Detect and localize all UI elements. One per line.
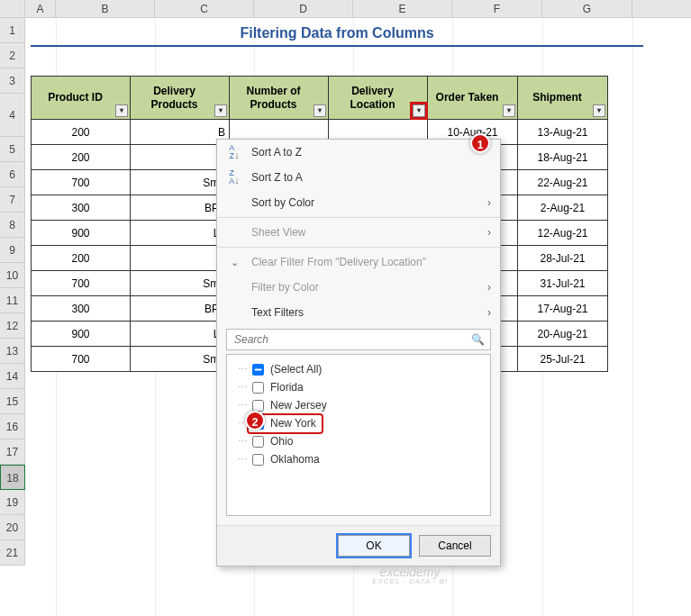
cell-shipment[interactable]: 17-Aug-21: [518, 296, 608, 322]
cell-delivery-products[interactable]: La: [131, 322, 230, 347]
filter-option[interactable]: ⋯Ohio: [232, 432, 485, 450]
cell-delivery-products[interactable]: B: [131, 120, 230, 145]
col-header-C[interactable]: C: [155, 0, 254, 17]
row-header[interactable]: 7: [0, 187, 25, 213]
cell-delivery-products[interactable]: Sma: [131, 347, 230, 372]
row-header[interactable]: 1: [0, 18, 25, 43]
filter-option[interactable]: ⋯New Jersey: [232, 396, 485, 414]
funnel-icon: ⌄: [226, 257, 242, 268]
filter-checkbox[interactable]: [252, 436, 264, 448]
col-header-E[interactable]: E: [353, 0, 452, 17]
header-delivery-products[interactable]: Delivery Products ▾: [131, 77, 230, 120]
row-header[interactable]: 10: [0, 263, 25, 288]
ok-button[interactable]: OK: [338, 535, 410, 557]
row-header[interactable]: 21: [0, 540, 25, 566]
filter-checkbox[interactable]: [252, 382, 264, 394]
row-header[interactable]: 14: [0, 364, 25, 389]
cell-delivery-products[interactable]: B: [131, 246, 230, 271]
row-header[interactable]: 4: [0, 94, 25, 137]
cell-shipment[interactable]: 18-Aug-21: [518, 145, 608, 170]
filter-option[interactable]: ⋯Oklahoma: [232, 450, 485, 468]
cell-shipment[interactable]: 22-Aug-21: [518, 170, 608, 195]
col-header-D[interactable]: D: [254, 0, 353, 17]
filter-checkbox[interactable]: [252, 364, 264, 376]
sheet-view-item: Sheet View ›: [217, 220, 500, 245]
cell-shipment[interactable]: 2-Aug-21: [518, 195, 608, 221]
cell-product-id[interactable]: 900: [32, 221, 131, 246]
row-header[interactable]: 17: [0, 439, 25, 465]
row-header[interactable]: 8: [0, 213, 25, 238]
col-header-F[interactable]: F: [452, 0, 542, 17]
cell-product-id[interactable]: 300: [32, 195, 131, 221]
cell-product-id[interactable]: 200: [32, 120, 131, 145]
filter-icon[interactable]: ▾: [314, 104, 326, 117]
cell-product-id[interactable]: 200: [32, 145, 131, 170]
header-shipment[interactable]: Shipment ▾: [518, 77, 608, 120]
chevron-right-icon: ›: [487, 306, 491, 319]
row-header-selected[interactable]: 18: [0, 465, 25, 490]
filter-option[interactable]: ⋯New York: [232, 414, 485, 432]
sort-by-color-item[interactable]: Sort by Color ›: [217, 190, 500, 215]
cell-shipment[interactable]: 12-Aug-21: [518, 221, 608, 246]
row-header[interactable]: 20: [0, 515, 25, 540]
filter-option[interactable]: ⋯(Select All): [232, 360, 485, 378]
filter-icon[interactable]: ▾: [214, 104, 227, 117]
cell-product-id[interactable]: 700: [32, 271, 131, 296]
sort-az-icon: AZ↓: [226, 144, 242, 160]
filter-checklist[interactable]: ⋯(Select All)⋯Florida⋯New Jersey⋯New Yor…: [226, 354, 491, 516]
cell-delivery-products[interactable]: BP r: [131, 195, 230, 221]
cell-delivery-products[interactable]: La: [131, 221, 230, 246]
header-order-taken[interactable]: Order Taken ▾: [428, 77, 518, 120]
cell-shipment[interactable]: 13-Aug-21: [518, 120, 608, 145]
col-header-B[interactable]: B: [56, 0, 155, 17]
row-header[interactable]: 9: [0, 238, 25, 263]
header-delivery-location[interactable]: Delivery Location ▾: [329, 77, 428, 120]
col-header-A[interactable]: A: [25, 0, 56, 17]
callout-2: 2: [245, 411, 265, 430]
callout-1: 1: [470, 133, 490, 153]
row-header[interactable]: 11: [0, 288, 25, 313]
row-header[interactable]: 16: [0, 414, 25, 439]
header-number-products[interactable]: Number of Products ▾: [230, 77, 329, 120]
row-header[interactable]: 6: [0, 162, 25, 187]
text-filters-item[interactable]: Text Filters ›: [217, 300, 500, 325]
filter-checkbox[interactable]: [252, 400, 264, 412]
header-product-id[interactable]: Product ID ▾: [32, 77, 131, 120]
cell-product-id[interactable]: 300: [32, 296, 131, 322]
cell-shipment[interactable]: 31-Jul-21: [518, 271, 608, 296]
row-header[interactable]: 12: [0, 313, 25, 339]
cell-product-id[interactable]: 700: [32, 170, 131, 195]
sort-za-item[interactable]: ZA↓ Sort Z to A: [217, 165, 500, 190]
search-input[interactable]: [232, 332, 471, 347]
filter-icon[interactable]: ▾: [503, 104, 515, 117]
search-box[interactable]: 🔍: [226, 329, 491, 350]
cell-shipment[interactable]: 20-Aug-21: [518, 322, 608, 347]
filter-by-color-item: Filter by Color ›: [217, 275, 500, 300]
spreadsheet-grid: A B C D E F G 1 2 3 4 5 6 7 8 9 10 11 12…: [0, 0, 691, 616]
filter-checkbox[interactable]: [252, 454, 264, 466]
filter-icon[interactable]: ▾: [115, 104, 128, 117]
row-header[interactable]: 2: [0, 43, 25, 68]
cell-delivery-products[interactable]: Sma: [131, 271, 230, 296]
filter-icon-active[interactable]: ▾: [413, 104, 425, 117]
cell-delivery-products[interactable]: BP r: [131, 296, 230, 322]
filter-icon[interactable]: ▾: [593, 104, 605, 117]
cancel-button[interactable]: Cancel: [419, 535, 491, 557]
filter-option-label: (Select All): [270, 363, 322, 376]
cell-product-id[interactable]: 200: [32, 246, 131, 271]
cell-shipment[interactable]: 25-Jul-21: [518, 347, 608, 372]
row-header[interactable]: 3: [0, 68, 25, 94]
row-header[interactable]: 15: [0, 389, 25, 414]
row-header[interactable]: 5: [0, 137, 25, 162]
cell-delivery-products[interactable]: B: [131, 145, 230, 170]
sort-az-item[interactable]: AZ↓ Sort A to Z: [217, 140, 500, 165]
row-header[interactable]: 13: [0, 339, 25, 364]
cell-product-id[interactable]: 700: [32, 347, 131, 372]
cell-product-id[interactable]: 900: [32, 322, 131, 347]
cell-shipment[interactable]: 28-Jul-21: [518, 246, 608, 271]
col-header-G[interactable]: G: [542, 0, 632, 17]
row-header[interactable]: 19: [0, 490, 25, 515]
filter-option[interactable]: ⋯Florida: [232, 378, 485, 396]
select-all-cell[interactable]: [0, 0, 25, 17]
cell-delivery-products[interactable]: Sma: [131, 170, 230, 195]
